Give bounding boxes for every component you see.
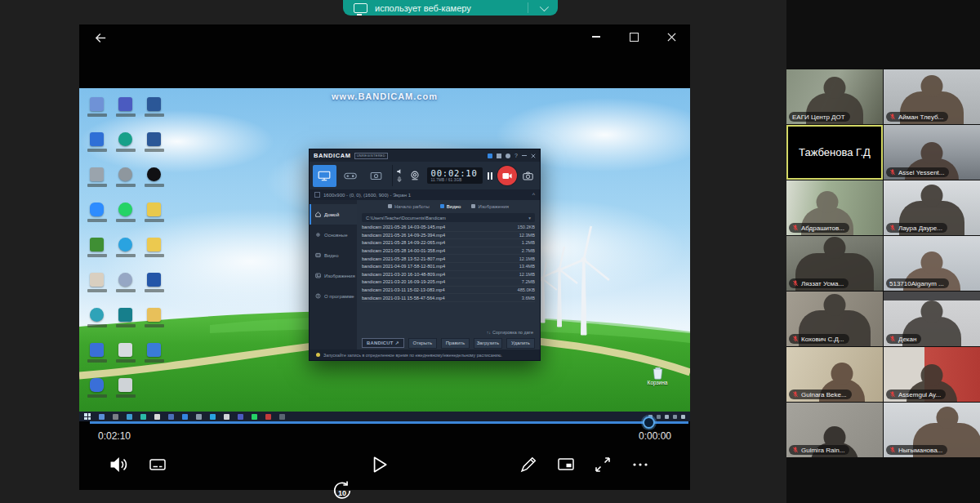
desktop-icon-zoom[interactable] bbox=[82, 200, 111, 235]
webcam-overlay-button[interactable] bbox=[405, 165, 424, 187]
participant-tile-active-speaker[interactable]: Тажбенова Г.Д bbox=[786, 125, 883, 180]
desktop-icon-telegram[interactable] bbox=[111, 235, 140, 270]
desktop-icon-document[interactable] bbox=[140, 95, 168, 130]
region-checkbox[interactable] bbox=[314, 192, 320, 198]
rewind-10-button[interactable]: 10 bbox=[330, 479, 354, 503]
game-recording-mode-button[interactable] bbox=[339, 165, 363, 187]
sidebar-item-video[interactable]: Видео bbox=[310, 245, 357, 265]
desktop-icon-document[interactable] bbox=[140, 130, 168, 165]
participant-tile[interactable]: Айман Тлеуб... bbox=[884, 69, 980, 124]
open-button[interactable]: Открыть bbox=[408, 338, 437, 349]
file-row[interactable]: bandicam 2021-03-20 16-10-48-809.mp412.1… bbox=[362, 271, 535, 279]
file-row[interactable]: bandicam 2021-05-28 13-52-21-807.mp412.1… bbox=[362, 255, 535, 263]
participant-tile[interactable]: Кохович С.Д... bbox=[786, 292, 883, 346]
desktop-icon[interactable] bbox=[111, 270, 140, 305]
participant-tile[interactable]: 513710Aiganym ... bbox=[884, 236, 980, 291]
desktop-icon-folder[interactable] bbox=[140, 305, 168, 341]
folder-icon[interactable] bbox=[497, 154, 501, 158]
participant-tile[interactable]: Assemgul Ay... bbox=[884, 347, 980, 402]
desktop-icon[interactable] bbox=[111, 165, 140, 200]
edit-button[interactable]: Править bbox=[441, 338, 470, 349]
participant-tile[interactable]: Декан bbox=[884, 292, 980, 346]
maximize-button[interactable] bbox=[615, 24, 653, 49]
desktop-icon-whatsapp[interactable] bbox=[111, 200, 140, 235]
file-row[interactable]: bandicam 2021-03-20 16-09-19-205.mp47.2M… bbox=[362, 278, 535, 287]
file-row[interactable]: bandicam 2021-05-26 14-09-25-394.mp412.3… bbox=[362, 232, 535, 240]
mini-player-button[interactable] bbox=[554, 452, 578, 477]
participant-tile[interactable]: Gulnara Beke... bbox=[786, 347, 883, 402]
webcam-notification[interactable]: использует веб-камеру bbox=[343, 0, 558, 16]
desktop-icon[interactable] bbox=[140, 341, 168, 376]
desktop-icon[interactable] bbox=[111, 95, 140, 130]
participant-tile[interactable]: Gulmira Rain... bbox=[786, 403, 883, 457]
open-folder-icon[interactable]: ▾ bbox=[528, 216, 531, 220]
sidebar-item-home[interactable]: Домой bbox=[310, 204, 357, 225]
bandicam-minimize-icon[interactable] bbox=[522, 155, 527, 156]
bandicam-close-icon[interactable] bbox=[531, 154, 536, 158]
sidebar-item-general[interactable]: Основные bbox=[310, 225, 357, 245]
file-row[interactable]: bandicam 2021-03-11 15-02-13-083.mp4485.… bbox=[362, 287, 535, 295]
lock-icon[interactable] bbox=[488, 154, 492, 158]
screenshot-button[interactable] bbox=[519, 165, 537, 187]
participant-tile[interactable]: Ныгыманова... bbox=[884, 403, 980, 457]
desktop-icon[interactable] bbox=[140, 270, 168, 305]
participant-tile[interactable]: Assel Yessent... bbox=[884, 125, 980, 180]
help-icon[interactable]: ? bbox=[514, 154, 518, 158]
desktop-icon[interactable] bbox=[111, 130, 140, 165]
desktop-icon[interactable] bbox=[111, 305, 140, 341]
participant-tile[interactable]: Ляззат Усма... bbox=[786, 236, 883, 291]
desktop-icon[interactable] bbox=[82, 95, 111, 130]
file-row[interactable]: bandicam 2021-05-28 14-09-22-065.mp41.2M… bbox=[362, 239, 535, 247]
upload-button[interactable]: Загрузить bbox=[474, 338, 502, 349]
tab-getting-started[interactable]: Начало работы bbox=[388, 204, 430, 209]
globe-icon[interactable] bbox=[506, 154, 510, 158]
sidebar-item-images[interactable]: Изображения bbox=[310, 265, 357, 286]
audio-devices[interactable] bbox=[396, 168, 403, 183]
seek-bar[interactable] bbox=[90, 421, 688, 424]
participant-tile[interactable]: Лаура Дауре... bbox=[884, 180, 980, 235]
output-path-bar[interactable]: C:\Users\Teacher\Documents\Bandicam ▾ bbox=[362, 213, 535, 222]
participant-tile[interactable]: ЕАГИ Центр ДОТ bbox=[786, 69, 883, 124]
desktop-icon-bandicam[interactable] bbox=[82, 376, 111, 411]
seek-handle[interactable] bbox=[643, 416, 655, 429]
desktop-icon-folder[interactable] bbox=[140, 235, 168, 270]
edit-video-button[interactable] bbox=[516, 452, 541, 477]
more-options-button[interactable] bbox=[628, 452, 653, 477]
desktop-icon[interactable] bbox=[82, 165, 111, 200]
recycle-bin-icon[interactable]: Корзина bbox=[641, 366, 674, 385]
bandicut-button[interactable]: BANDICUT ↗ bbox=[362, 338, 404, 348]
play-button[interactable] bbox=[367, 452, 391, 477]
desktop-icon[interactable] bbox=[82, 270, 111, 305]
sort-by-date[interactable]: ↑↓ Сортировка по дате bbox=[357, 328, 540, 336]
file-row[interactable]: bandicam 2021-05-28 14-00-01-358.mp42.7M… bbox=[362, 247, 535, 256]
device-recording-mode-button[interactable] bbox=[364, 165, 388, 187]
desktop-icon-obs[interactable] bbox=[140, 165, 168, 200]
delete-button[interactable]: Удалить bbox=[506, 338, 535, 349]
screen-recording-mode-button[interactable] bbox=[313, 165, 336, 187]
fullscreen-button[interactable] bbox=[590, 452, 615, 477]
recorded-taskbar[interactable] bbox=[79, 412, 690, 421]
minimize-button[interactable] bbox=[577, 24, 615, 49]
desktop-icon[interactable] bbox=[140, 200, 168, 235]
file-row[interactable]: bandicam 2021-03-11 15-58-47-564.mp43.6M… bbox=[362, 294, 535, 302]
desktop-icon[interactable] bbox=[82, 130, 111, 165]
collapse-chevron-icon[interactable]: ^ bbox=[532, 192, 535, 198]
tab-video[interactable]: Видео bbox=[440, 204, 461, 209]
captions-button[interactable] bbox=[145, 452, 170, 477]
desktop-icon[interactable] bbox=[111, 376, 140, 411]
participant-tile[interactable]: Абдрашитов... bbox=[786, 180, 883, 235]
desktop-icon-edge[interactable] bbox=[82, 305, 111, 341]
tab-images[interactable]: Изображения bbox=[471, 204, 509, 209]
back-button[interactable] bbox=[89, 29, 112, 47]
desktop-icon-bandicut[interactable] bbox=[82, 341, 111, 376]
file-row[interactable]: bandicam 2021-04-09 17-58-12-801.mp413.4… bbox=[362, 263, 535, 271]
sidebar-item-about[interactable]: О программе bbox=[310, 286, 357, 306]
desktop-icon[interactable] bbox=[82, 235, 111, 270]
file-row[interactable]: bandicam 2021-05-26 14-03-05-145.mp4150.… bbox=[362, 224, 535, 232]
record-stop-button[interactable] bbox=[497, 166, 517, 185]
pause-button[interactable] bbox=[488, 172, 492, 180]
desktop-icon[interactable] bbox=[111, 341, 140, 376]
chevron-down-icon[interactable] bbox=[540, 2, 549, 11]
close-button[interactable] bbox=[653, 24, 690, 49]
volume-button[interactable] bbox=[106, 452, 131, 477]
